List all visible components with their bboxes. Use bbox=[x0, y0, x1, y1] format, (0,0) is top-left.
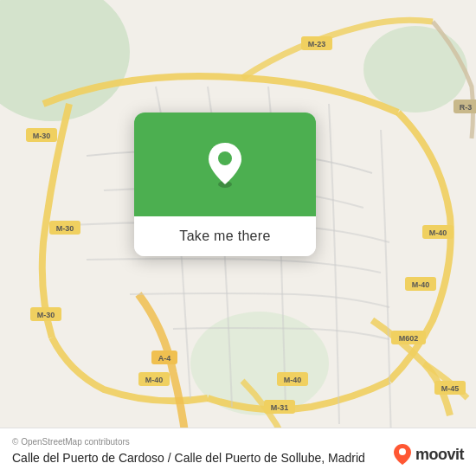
take-me-there-button[interactable]: Take me there bbox=[134, 216, 316, 256]
svg-text:M-40: M-40 bbox=[284, 376, 302, 384]
moovit-logo: moovit bbox=[393, 443, 464, 466]
svg-text:M-40: M-40 bbox=[429, 228, 447, 237]
svg-text:M602: M602 bbox=[399, 334, 419, 343]
svg-text:M-40: M-40 bbox=[412, 280, 430, 289]
svg-text:M-23: M-23 bbox=[308, 40, 326, 48]
svg-point-2 bbox=[363, 26, 467, 113]
svg-text:M-31: M-31 bbox=[271, 403, 289, 412]
svg-text:M-30: M-30 bbox=[37, 311, 55, 319]
svg-text:A-4: A-4 bbox=[158, 354, 171, 363]
map-container: M-30 M-30 M-30 M-23 M-40 M-40 M-40 M-40 … bbox=[0, 0, 476, 476]
svg-point-32 bbox=[399, 448, 406, 455]
map-pin-icon bbox=[206, 141, 244, 188]
svg-text:R-3: R-3 bbox=[460, 103, 473, 112]
svg-text:M-45: M-45 bbox=[441, 384, 460, 393]
moovit-brand-text: moovit bbox=[415, 446, 464, 464]
svg-text:M-30: M-30 bbox=[56, 224, 74, 233]
location-card: Take me there bbox=[134, 113, 316, 256]
svg-text:M-30: M-30 bbox=[33, 132, 51, 140]
card-map-area bbox=[134, 113, 316, 216]
bottom-bar: © OpenStreetMap contributors Calle del P… bbox=[0, 428, 476, 476]
svg-point-31 bbox=[218, 151, 232, 165]
moovit-pin-icon bbox=[393, 443, 412, 466]
svg-text:M-40: M-40 bbox=[145, 376, 164, 384]
